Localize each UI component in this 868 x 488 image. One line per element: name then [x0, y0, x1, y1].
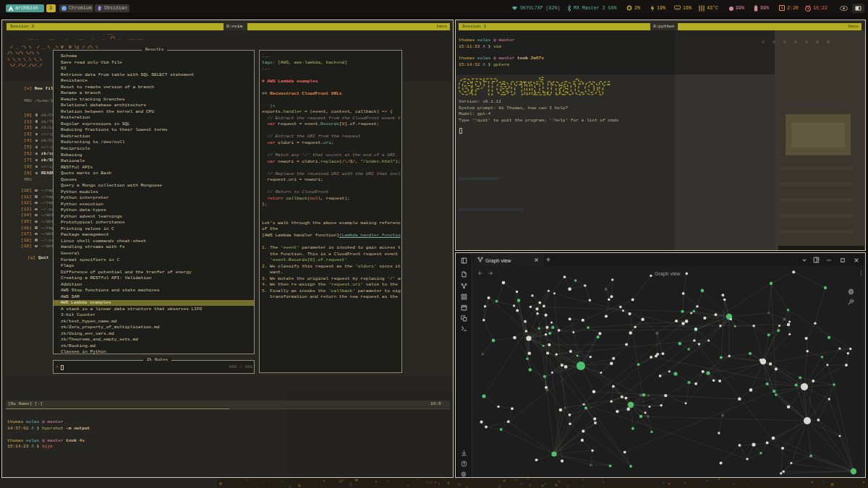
svg-text:GPTerminator: GPTerminator	[458, 74, 611, 100]
